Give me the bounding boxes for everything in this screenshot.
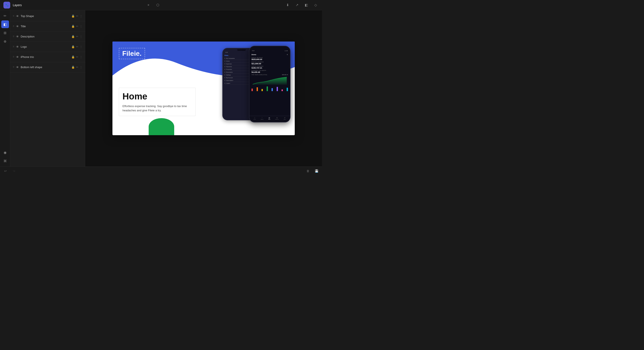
drag-handle: ⠿ xyxy=(13,56,14,58)
close-button[interactable]: × xyxy=(146,2,152,8)
app-logo: 🐾 xyxy=(4,2,10,8)
visibility-icon[interactable]: 👁 xyxy=(16,55,19,59)
layer-actions: 🔒 ✏ ⋮ xyxy=(71,55,82,58)
layer-actions: 🔒 ✏ ⋮ xyxy=(71,25,82,28)
visibility-icon[interactable]: 👁 xyxy=(16,66,19,69)
edit-icon[interactable]: ✏ xyxy=(76,66,78,69)
visibility-icon[interactable]: 👁 xyxy=(16,45,19,48)
lock-icon[interactable]: 🔒 xyxy=(71,35,75,38)
visibility-icon[interactable]: 👁 xyxy=(16,25,19,28)
phones-container: 3:15 ●●● Fileie. My Companies Home xyxy=(222,46,290,131)
layer-item-title[interactable]: ⠿ 👁 Title 🔒 ✏ ⋮ xyxy=(10,21,85,32)
preview-logo: Fileie. xyxy=(119,48,145,59)
layer-item-bottom-left-shape[interactable]: ⠿ 👁 Bottom left shape 🔒 ✏ ⋮ xyxy=(10,62,85,72)
cumulative-chart xyxy=(252,76,288,85)
trash-icon: 🗑 xyxy=(306,169,310,173)
more-icon[interactable]: ⋮ xyxy=(80,55,82,58)
layer-item-iphone-trio[interactable]: ⠿ 👁 iPhone trio 🔒 ✏ ⋮ xyxy=(10,52,85,62)
more-icon[interactable]: ⋮ xyxy=(80,45,82,48)
edit-icon[interactable]: ✏ xyxy=(76,14,78,18)
top-bar-center: × ⬡ xyxy=(146,2,161,8)
layer-actions: 🔒 ✏ ⋮ xyxy=(71,14,82,18)
icon-bar: ✏ ◧ ⊞ ⊕ ◉ ⌘ xyxy=(0,10,10,166)
open-external-button[interactable]: ⬡ xyxy=(155,2,161,8)
phone-front: 3:14 ▲ ● ■ Demo + ANNUAL REVENUE $525,60… xyxy=(249,46,290,122)
download-button[interactable]: ⬇ xyxy=(284,2,290,8)
layer-name: Logo xyxy=(21,45,70,48)
edit-icon[interactable]: ✏ xyxy=(76,55,78,58)
share-button[interactable]: ↗ xyxy=(294,2,300,8)
top-bar-right: ⬇ ↗ ◧ ◇ xyxy=(284,2,318,8)
layers-panel: ⠿ 👁 Top Shape 🔒 ✏ ⋮ ⠿ 👁 Title 🔒 ✏ ⋮ xyxy=(10,10,85,166)
layer-name: Top Shape xyxy=(21,14,70,18)
redo-icon: ↪ xyxy=(13,169,15,173)
more-icon[interactable]: ⋮ xyxy=(80,66,82,69)
lock-icon[interactable]: 🔒 xyxy=(71,66,75,69)
visibility-icon[interactable]: 👁 xyxy=(16,35,19,38)
phone-front-header: Demo + xyxy=(250,52,290,57)
more-icon[interactable]: ⋮ xyxy=(80,35,82,38)
download-icon: ⬇ xyxy=(286,3,289,7)
sidebar-item-edit[interactable]: ✏ xyxy=(1,12,9,20)
sidebar-item-shortcut[interactable]: ⌘ xyxy=(1,157,9,165)
layers-panel-button[interactable]: ◧ xyxy=(303,2,309,8)
drag-handle: ⠿ xyxy=(13,25,14,28)
share-icon: ↗ xyxy=(296,3,298,7)
undo-button[interactable]: ↩ xyxy=(2,168,8,174)
undo-icon: ↩ xyxy=(4,169,7,173)
edit-icon[interactable]: ✏ xyxy=(76,25,78,28)
panel-title: Layers xyxy=(13,4,22,7)
layer-name: iPhone trio xyxy=(21,55,70,58)
layer-name: Title xyxy=(21,25,70,28)
lock-icon[interactable]: 🔒 xyxy=(71,45,75,48)
drag-handle: ⠿ xyxy=(13,46,14,48)
save-icon: 💾 xyxy=(315,169,318,173)
redo-button[interactable]: ↪ xyxy=(11,168,17,174)
preview-description: Effortless expense tracking. Say goodbye… xyxy=(122,104,192,112)
app-logo-icon: 🐾 xyxy=(5,4,9,7)
diamond-button[interactable]: ◇ xyxy=(313,2,318,8)
sidebar-item-assets[interactable]: ⊞ xyxy=(1,29,9,36)
layer-item-logo[interactable]: ⠿ 👁 Logo 🔒 ✏ ⋮ xyxy=(10,42,85,52)
layer-actions: 🔒 ✏ ⋮ xyxy=(71,66,82,69)
main-layout: ✏ ◧ ⊞ ⊕ ◉ ⌘ ⠿ 👁 Top Shape 🔒 ✏ ⋮ ⠿ xyxy=(0,10,322,166)
visibility-icon[interactable]: 👁 xyxy=(16,14,19,18)
bottom-bar: ↩ ↪ 🗑 💾 xyxy=(0,166,322,175)
layer-item-top-shape[interactable]: ⠿ 👁 Top Shape 🔒 ✏ ⋮ xyxy=(10,11,85,21)
delete-button[interactable]: 🗑 xyxy=(305,168,311,174)
sidebar-item-preview[interactable]: ◉ xyxy=(1,148,9,156)
drag-handle: ⠿ xyxy=(13,66,14,68)
more-icon[interactable]: ⋮ xyxy=(80,25,82,28)
phone-stats: ANNUAL REVENUE $525,600.00 MONTHLY REVEN… xyxy=(250,57,290,91)
edit-icon[interactable]: ✏ xyxy=(76,45,78,48)
layer-name: Bottom left shape xyxy=(21,66,70,69)
green-bottom-shape xyxy=(149,118,174,135)
top-bar-left: 🐾 Layers xyxy=(4,2,22,8)
phone-front-status: 3:14 ▲ ● ■ xyxy=(250,49,290,52)
more-icon[interactable]: ⋮ xyxy=(80,14,82,18)
diamond-icon: ◇ xyxy=(314,3,317,7)
drag-handle: ⠿ xyxy=(13,35,14,38)
save-button[interactable]: 💾 xyxy=(314,168,320,174)
sidebar-item-layers[interactable]: ◧ xyxy=(1,20,9,28)
layer-actions: 🔒 ✏ ⋮ xyxy=(71,35,82,38)
phone-bottom-nav: ⌂ Home ↑ Upload ◎ Snap $ xyxy=(250,116,290,121)
drag-handle: ⠿ xyxy=(13,15,14,17)
layer-name: Description xyxy=(21,35,70,38)
layers-list: ⠿ 👁 Top Shape 🔒 ✏ ⋮ ⠿ 👁 Title 🔒 ✏ ⋮ xyxy=(10,10,85,73)
preview-card: Fileie. Home Effortless expense tracking… xyxy=(112,42,295,135)
bar-chart xyxy=(252,86,288,91)
lock-icon[interactable]: 🔒 xyxy=(71,14,75,18)
layers-icon: ◧ xyxy=(305,3,308,7)
layer-item-description[interactable]: ⠿ 👁 Description 🔒 ✏ ⋮ xyxy=(10,32,85,42)
canvas-area[interactable]: Fileie. Home Effortless expense tracking… xyxy=(85,10,322,166)
lock-icon[interactable]: 🔒 xyxy=(71,25,75,28)
layer-actions: 🔒 ✏ ⋮ xyxy=(71,45,82,48)
preview-content: Home Effortless expense tracking. Say go… xyxy=(119,88,196,116)
preview-heading: Home xyxy=(122,91,192,102)
sidebar-item-add[interactable]: ⊕ xyxy=(1,38,9,45)
top-bar: 🐾 Layers × ⬡ ⬇ ↗ ◧ ◇ xyxy=(0,0,322,10)
lock-icon[interactable]: 🔒 xyxy=(71,55,75,58)
edit-icon[interactable]: ✏ xyxy=(76,35,78,38)
